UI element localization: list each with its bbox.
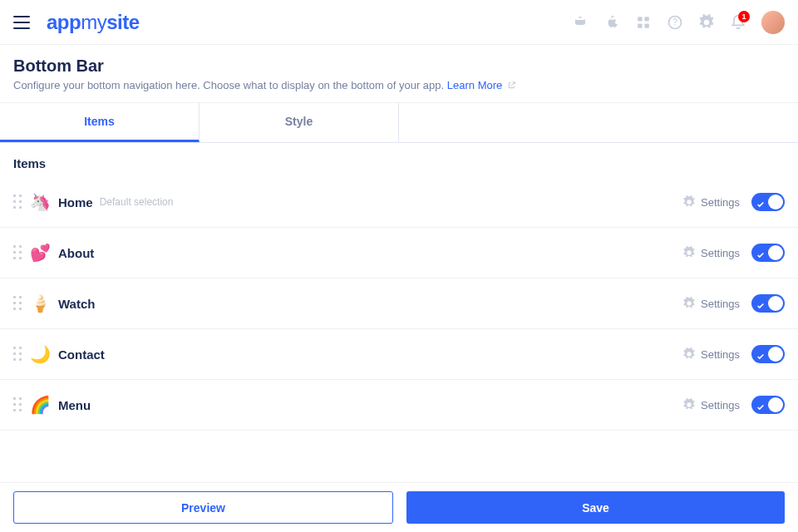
page-description-text: Configure your bottom navigation here. C… [13,79,447,91]
item-row-contact: 🌙 Contact Settings [0,329,798,380]
item-settings-link[interactable]: Settings [682,195,740,209]
tab-items[interactable]: Items [0,103,200,142]
item-toggle[interactable] [751,294,785,313]
tabs: Items Style [0,103,798,143]
svg-text:?: ? [672,17,677,27]
section-title: Items [0,143,798,177]
item-icon: 🌙 [30,344,50,364]
svg-rect-1 [645,17,649,21]
item-icon: 🍦 [30,293,50,313]
drag-handle-icon[interactable] [13,296,22,311]
drag-handle-icon[interactable] [13,397,22,412]
gear-icon[interactable] [698,14,715,31]
settings-label: Settings [701,196,740,209]
hamburger-icon[interactable] [13,16,30,29]
settings-label: Settings [701,247,740,259]
item-label: Contact [58,347,105,362]
drag-handle-icon[interactable] [13,347,22,362]
settings-label: Settings [701,348,740,361]
item-icon: 🌈 [30,395,50,415]
external-link-icon [507,80,516,92]
learn-more-link[interactable]: Learn More [447,79,502,91]
item-settings-link[interactable]: Settings [682,297,740,310]
item-sublabel: Default selection [100,196,174,208]
top-header: appmysite ? 1 [0,0,798,45]
bell-icon[interactable]: 1 [730,14,746,31]
items-list: 🦄 Home Default selection Settings 💕 Abou… [0,177,798,431]
item-toggle[interactable] [751,244,785,262]
item-icon: 💕 [30,243,50,263]
item-toggle[interactable] [751,345,785,363]
item-settings-link[interactable]: Settings [682,347,740,361]
grid-icon[interactable] [635,14,652,31]
page-description: Configure your bottom navigation here. C… [13,79,785,92]
logo[interactable]: appmysite [47,11,140,34]
svg-rect-3 [645,23,649,27]
preview-button[interactable]: Preview [13,491,393,524]
item-label: Watch [58,297,95,311]
header-icons: ? 1 [572,11,785,34]
item-icon: 🦄 [30,192,50,212]
page-title: Bottom Bar [13,57,785,76]
logo-app: app [47,11,81,33]
gear-icon [682,195,696,209]
svg-rect-0 [638,17,642,21]
notification-badge: 1 [738,11,750,22]
item-toggle[interactable] [751,396,785,414]
item-row-home: 🦄 Home Default selection Settings [0,177,798,228]
logo-site: site [106,11,139,33]
tab-style[interactable]: Style [200,103,399,142]
item-label: About [58,246,94,260]
save-button[interactable]: Save [406,491,785,524]
item-row-watch: 🍦 Watch Settings [0,278,798,329]
item-row-about: 💕 About Settings [0,228,798,278]
item-label: Home [58,195,93,209]
svg-rect-2 [638,23,642,27]
gear-icon [682,297,696,310]
avatar[interactable] [761,11,785,34]
gear-icon [682,347,696,361]
gear-icon [682,398,696,411]
page-header: Bottom Bar Configure your bottom navigat… [0,45,798,103]
settings-label: Settings [701,399,740,411]
item-settings-link[interactable]: Settings [682,246,740,259]
android-icon[interactable] [572,14,589,31]
item-toggle[interactable] [751,193,785,211]
help-icon[interactable]: ? [667,14,683,31]
item-settings-link[interactable]: Settings [682,398,740,411]
item-row-menu: 🌈 Menu Settings [0,380,798,431]
apple-icon[interactable] [603,14,620,31]
footer: Preview Save [0,482,798,532]
settings-label: Settings [701,298,740,310]
item-label: Menu [58,398,91,412]
gear-icon [682,246,696,259]
drag-handle-icon[interactable] [13,245,22,260]
logo-my: my [81,11,106,33]
drag-handle-icon[interactable] [13,195,22,209]
